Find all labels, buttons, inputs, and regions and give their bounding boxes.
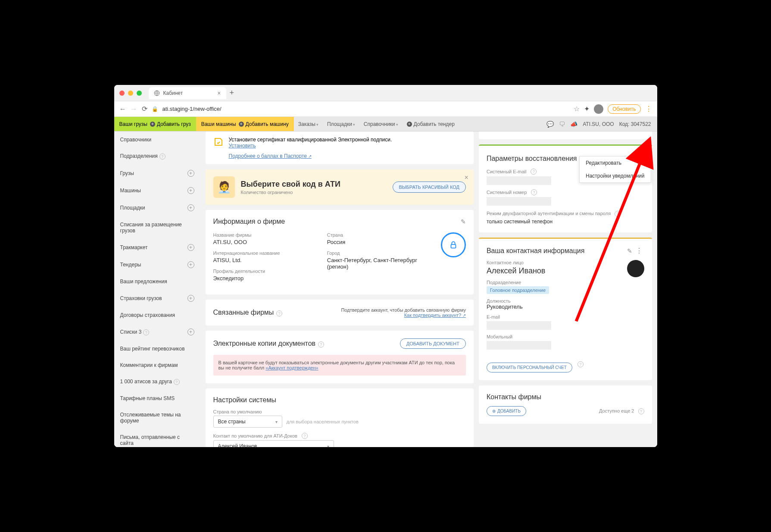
firm-name[interactable]: ATI.SU, ООО xyxy=(583,121,614,127)
sidebar-item-label: Тендеры xyxy=(120,262,141,268)
profile-avatar[interactable] xyxy=(594,104,603,114)
forward-button[interactable]: → xyxy=(131,105,137,113)
sidebar-item[interactable]: Списания за размещение грузов xyxy=(114,216,200,239)
edit-firm-icon[interactable]: ✎ xyxy=(461,218,466,225)
choose-code-button[interactable]: ВЫБРАТЬ КРАСИВЫЙ КОД xyxy=(393,182,466,193)
tab-title: Кабинет xyxy=(163,90,183,96)
add-icon[interactable]: + xyxy=(187,244,194,251)
minimize-window[interactable] xyxy=(128,91,133,96)
close-window[interactable] xyxy=(119,91,125,96)
nav-orders[interactable]: Заказы▾ xyxy=(294,121,323,127)
sidebar-item[interactable]: Списки 3?+ xyxy=(114,323,200,341)
megaphone-icon[interactable]: 📣 xyxy=(570,121,577,128)
sidebar-item-label: Комментарии к фирмам xyxy=(120,362,178,368)
bookmark-icon[interactable]: ☆ xyxy=(574,105,580,113)
banner-heading: Выберите свой код в АТИ xyxy=(241,180,387,189)
add-contact-button[interactable]: ⊕ ДОБАВИТЬ xyxy=(487,406,526,416)
sidebar-item[interactable]: Площадки+ xyxy=(114,199,200,216)
system-email-label: Системный E-mail xyxy=(487,169,527,174)
sidebar-item[interactable]: Договоры страхования xyxy=(114,307,200,323)
plus-icon: + xyxy=(150,122,155,127)
add-icon[interactable]: + xyxy=(187,329,194,335)
help-icon[interactable]: ? xyxy=(318,341,324,347)
nav-vehicles[interactable]: Ваши машины +Добавить машину xyxy=(196,117,294,131)
add-icon[interactable]: + xyxy=(187,204,194,211)
sidebar-item[interactable]: Ваши предложения xyxy=(114,273,200,290)
sidebar-item[interactable]: Подразделения? xyxy=(114,148,200,165)
confirm-account-link[interactable]: Как подтвердить аккаунт? xyxy=(404,313,466,318)
firm-name-value: ATI.SU, ООО xyxy=(213,239,314,245)
speech-icon[interactable]: 🗨 xyxy=(559,121,565,128)
new-tab-button[interactable]: + xyxy=(230,88,234,97)
nav-refs[interactable]: Справочники▾ xyxy=(359,121,403,127)
contact-role-value: Руководитель xyxy=(487,304,644,310)
help-icon[interactable]: ? xyxy=(302,433,308,439)
help-icon[interactable]: ? xyxy=(531,169,537,175)
passport-link[interactable]: Подробнее о баллах в Паспорте xyxy=(229,153,312,159)
url-text[interactable]: ati.staging-1/new-office/ xyxy=(162,106,570,112)
linked-hint: Подтвердите аккаунт, чтобы добавить связ… xyxy=(341,307,466,313)
banner-illustration: 🧑‍💼 xyxy=(213,176,235,198)
extensions-icon[interactable]: ✦ xyxy=(584,105,590,113)
help-icon[interactable]: ? xyxy=(159,153,165,160)
default-contact-select[interactable]: Алексей Иванов▾ xyxy=(213,440,334,447)
sidebar-item[interactable]: Ваш рейтинг перевозчиков xyxy=(114,341,200,357)
account-confirmed-link[interactable]: «Аккаунт подтвержден» xyxy=(265,365,318,370)
add-vehicle-button[interactable]: +Добавить машину xyxy=(239,121,289,127)
sidebar-item[interactable]: Страховки грузов+ xyxy=(114,290,200,307)
sidebar-item[interactable]: Машины+ xyxy=(114,182,200,199)
sidebar-item[interactable]: Комментарии к фирмам xyxy=(114,357,200,373)
close-banner-icon[interactable]: × xyxy=(465,174,468,182)
help-icon[interactable]: ? xyxy=(638,408,644,414)
dropdown-notifications[interactable]: Настройки уведомлений xyxy=(580,169,650,182)
help-icon[interactable]: ? xyxy=(174,379,180,385)
nav-platforms[interactable]: Площадки▾ xyxy=(323,121,359,127)
back-button[interactable]: ← xyxy=(119,105,126,113)
chat-icon[interactable]: 💬 xyxy=(546,121,554,128)
add-tender-button[interactable]: +Добавить тендер xyxy=(403,121,459,127)
add-icon[interactable]: + xyxy=(187,170,194,177)
browser-tab[interactable]: Кабинет × xyxy=(149,87,226,99)
sidebar-item[interactable]: Справочники xyxy=(114,131,200,148)
enable-personal-button[interactable]: ВКЛЮЧИТЬ ПЕРСОНАЛЬНЫЙ СЧЕТ xyxy=(487,363,572,372)
refresh-button[interactable]: Обновить xyxy=(608,104,640,114)
add-document-button[interactable]: ДОБАВИТЬ ДОКУМЕНТ xyxy=(400,338,466,349)
help-icon[interactable]: ? xyxy=(276,310,282,316)
add-icon[interactable]: + xyxy=(187,261,194,268)
firm-info-card: Информация о фирме ✎ Название фирмы ATI.… xyxy=(206,210,474,294)
help-icon[interactable]: ? xyxy=(577,361,584,367)
close-tab-icon[interactable]: × xyxy=(217,90,221,97)
sidebar-item[interactable]: Грузы+ xyxy=(114,165,200,182)
mode-label: Режим двухфакторной аутентификации и сме… xyxy=(487,211,611,216)
sidebar-item[interactable]: Тарифные планы SMS xyxy=(114,390,200,407)
help-icon[interactable]: ? xyxy=(531,189,537,195)
certificate-icon xyxy=(213,137,224,147)
contact-person-value: Алексей Иванов xyxy=(487,266,644,275)
sidebar-item[interactable]: Отслеживаемые темы на форуме xyxy=(114,407,200,429)
chevron-down-icon: ▾ xyxy=(327,444,329,448)
add-icon[interactable]: + xyxy=(187,187,194,194)
sidebar-item-label: Договоры страхования xyxy=(120,312,175,318)
firm-contacts-title: Контакты фирмы xyxy=(487,393,644,401)
reload-button[interactable]: ⟳ xyxy=(142,105,147,113)
sidebar-item[interactable]: Тендеры+ xyxy=(114,256,200,273)
browser-menu-icon[interactable]: ⋮ xyxy=(645,105,652,113)
sidebar-item-label: Справочники xyxy=(120,137,152,143)
sidebar-item[interactable]: 1 000 атисов за друга? xyxy=(114,373,200,390)
install-link[interactable]: Установить xyxy=(229,143,256,149)
add-icon[interactable]: + xyxy=(187,295,194,302)
help-icon[interactable]: ? xyxy=(615,211,621,217)
maximize-window[interactable] xyxy=(137,91,142,96)
help-icon[interactable]: ? xyxy=(143,329,149,335)
sidebar-item[interactable]: Тракмаркет+ xyxy=(114,239,200,256)
edit-contact-icon[interactable]: ✎ xyxy=(627,247,632,254)
dropdown-edit[interactable]: Редактировать xyxy=(580,156,650,169)
default-country-label: Страна по умолчанию xyxy=(213,409,466,414)
contact-dept-label: Подразделение xyxy=(487,280,644,285)
contact-menu-button[interactable]: ⋮ xyxy=(634,246,644,255)
sidebar-item[interactable]: Письма, отправленные с сайта xyxy=(114,429,200,447)
add-cargo-button[interactable]: +Добавить груз xyxy=(150,121,191,127)
svg-rect-1 xyxy=(451,244,456,248)
default-country-select[interactable]: Все страны▾ xyxy=(213,416,282,428)
nav-cargo[interactable]: Ваши грузы +Добавить груз xyxy=(114,117,196,131)
